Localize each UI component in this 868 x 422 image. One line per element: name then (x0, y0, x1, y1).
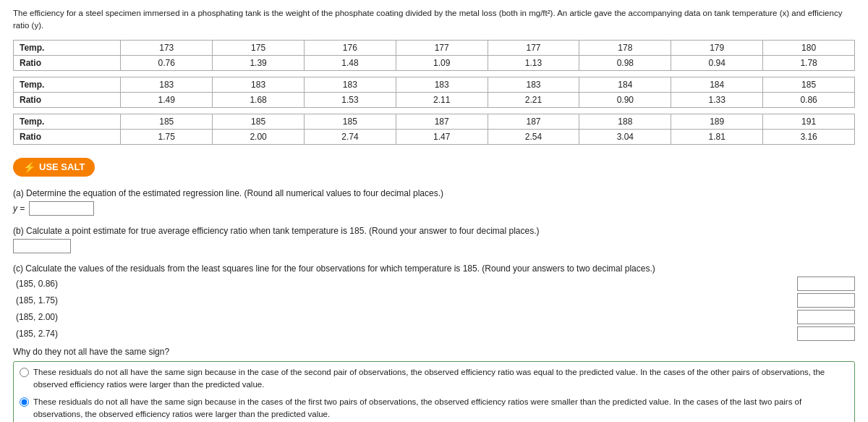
table2-ratio-4: 2.11 (396, 92, 488, 107)
table2-ratio-7: 1.33 (671, 92, 763, 107)
table2-ratio-2: 1.68 (213, 92, 305, 107)
part-b-label: (b) Calculate a point estimate for true … (13, 226, 855, 236)
table2-temp-5: 183 (488, 77, 579, 92)
table2-ratio-5: 2.21 (488, 92, 579, 107)
residual-input-2[interactable] (797, 293, 855, 308)
table3-ratio-3: 2.74 (304, 129, 396, 144)
part-c-section: (c) Calculate the values of the residual… (13, 263, 855, 423)
table3-ratio-5: 2.54 (488, 129, 579, 144)
radio-group: These residuals do not all have the same… (13, 361, 855, 423)
part-a-section: (a) Determine the equation of the estima… (13, 188, 855, 216)
residual-input-4[interactable] (797, 326, 855, 341)
table1-ratio-4: 1.09 (396, 55, 488, 70)
radio-option-1-text: These residuals do not all have the same… (33, 366, 848, 392)
table3-temp-7: 189 (671, 114, 763, 129)
table2-ratio-1: 1.49 (121, 92, 213, 107)
table1-ratio-label: Ratio (14, 55, 121, 70)
radio-item-2: These residuals do not all have the same… (20, 396, 848, 421)
table3-ratio-2: 2.00 (213, 129, 305, 144)
table1-ratio-1: 0.76 (121, 55, 213, 70)
table1-temp-3: 176 (304, 40, 396, 55)
table3-ratio-1: 1.75 (121, 129, 213, 144)
table2-temp-1: 183 (121, 77, 213, 92)
table1-temp-2: 175 (213, 40, 305, 55)
use-salt-button[interactable]: ⚡ USE SALT (13, 158, 95, 177)
residual-label-2: (185, 1.75) (16, 293, 793, 308)
table1-temp-7: 179 (671, 40, 763, 55)
table2-temp-7: 184 (671, 77, 763, 92)
table2-ratio-label: Ratio (14, 92, 121, 107)
radio-option-2-text: These residuals do not all have the same… (33, 396, 848, 421)
residuals-grid: (185, 0.86) (185, 1.75) (185, 2.00) (185… (16, 277, 855, 341)
table1-temp-1: 173 (121, 40, 213, 55)
why-label: Why do they not all have the same sign? (13, 347, 855, 357)
table1-temp-8: 180 (763, 40, 855, 55)
table3-temp-2: 185 (213, 114, 305, 129)
table1-temp-4: 177 (396, 40, 488, 55)
eq-prefix: y = (13, 203, 25, 214)
table1-ratio-2: 1.39 (213, 55, 305, 70)
part-a-input[interactable] (29, 201, 94, 216)
table1-temp-label: Temp. (14, 40, 121, 55)
part-a-input-line: y = (13, 201, 855, 216)
table2-temp-8: 185 (763, 77, 855, 92)
part-b-input[interactable] (13, 239, 71, 253)
table3-temp-3: 185 (304, 114, 396, 129)
table1-ratio-7: 0.94 (671, 55, 763, 70)
residual-input-3[interactable] (797, 310, 855, 324)
table-2: Temp. 183 183 183 183 183 184 184 185 Ra… (13, 77, 855, 108)
part-b-section: (b) Calculate a point estimate for true … (13, 226, 855, 253)
table3-temp-6: 188 (579, 114, 671, 129)
residual-input-1[interactable] (797, 277, 855, 291)
table2-ratio-8: 0.86 (763, 92, 855, 107)
table3-temp-8: 191 (763, 114, 855, 129)
table2-ratio-6: 0.90 (579, 92, 671, 107)
radio-option-1[interactable] (20, 368, 29, 377)
data-tables: Temp. 173 175 176 177 177 178 179 180 Ra… (13, 40, 855, 145)
table1-ratio-3: 1.48 (304, 55, 396, 70)
table2-temp-6: 184 (579, 77, 671, 92)
table3-ratio-8: 3.16 (763, 129, 855, 144)
table2-temp-2: 183 (213, 77, 305, 92)
table1-temp-5: 177 (488, 40, 579, 55)
table2-temp-3: 183 (304, 77, 396, 92)
table-1: Temp. 173 175 176 177 177 178 179 180 Ra… (13, 40, 855, 71)
table2-ratio-3: 1.53 (304, 92, 396, 107)
part-c-label: (c) Calculate the values of the residual… (13, 263, 855, 274)
table2-temp-4: 183 (396, 77, 488, 92)
table3-temp-4: 187 (396, 114, 488, 129)
table3-ratio-4: 1.47 (396, 129, 488, 144)
table3-temp-label: Temp. (14, 114, 121, 129)
table1-ratio-6: 0.98 (579, 55, 671, 70)
residual-label-1: (185, 0.86) (16, 277, 793, 291)
table3-temp-1: 185 (121, 114, 213, 129)
salt-icon: ⚡ (23, 161, 35, 173)
use-salt-label: USE SALT (39, 161, 85, 172)
table3-ratio-6: 3.04 (579, 129, 671, 144)
table1-ratio-8: 1.78 (763, 55, 855, 70)
residual-label-4: (185, 2.74) (16, 326, 793, 341)
table3-ratio-7: 1.81 (671, 129, 763, 144)
radio-item-1: These residuals do not all have the same… (20, 366, 848, 392)
part-a-label: (a) Determine the equation of the estima… (13, 188, 855, 198)
residual-label-3: (185, 2.00) (16, 310, 793, 324)
table3-ratio-label: Ratio (14, 129, 121, 144)
table-3: Temp. 185 185 185 187 187 188 189 191 Ra… (13, 114, 855, 145)
table1-ratio-5: 1.13 (488, 55, 579, 70)
table3-temp-5: 187 (488, 114, 579, 129)
radio-option-2[interactable] (20, 397, 29, 407)
table1-temp-6: 178 (579, 40, 671, 55)
intro-text: The efficiency for a steel specimen imme… (13, 7, 855, 33)
table2-temp-label: Temp. (14, 77, 121, 92)
